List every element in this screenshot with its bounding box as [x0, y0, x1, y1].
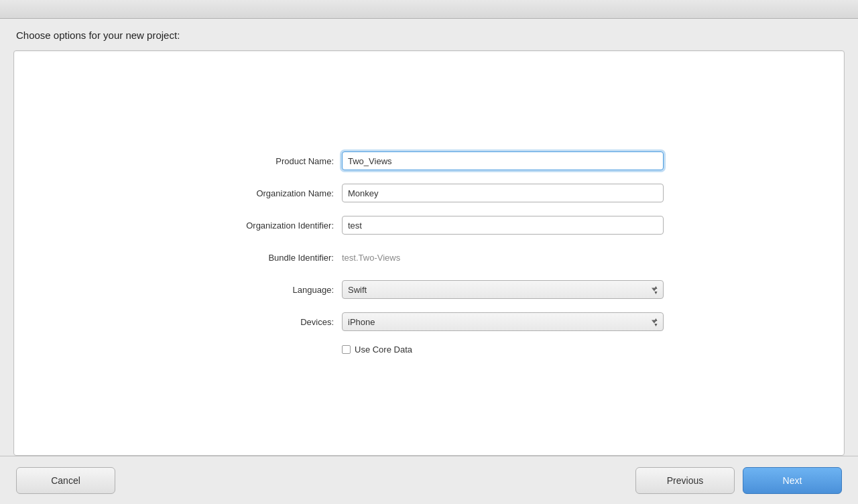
language-control: Swift Objective-C	[342, 280, 664, 299]
page-title: Choose options for your new project:	[13, 29, 845, 41]
org-id-input[interactable]	[342, 216, 664, 235]
language-row: Language: Swift Objective-C	[194, 280, 664, 299]
window-content: Choose options for your new project: Pro…	[0, 19, 858, 456]
language-select-wrapper: Swift Objective-C	[342, 280, 664, 299]
org-name-label: Organization Name:	[194, 188, 342, 198]
language-select[interactable]: Swift Objective-C	[342, 280, 664, 299]
org-name-row: Organization Name:	[194, 184, 664, 202]
devices-select-wrapper: iPhone iPad Universal	[342, 312, 664, 331]
devices-row: Devices: iPhone iPad Universal	[194, 312, 664, 331]
org-name-control	[342, 184, 664, 202]
core-data-label: Use Core Data	[355, 344, 412, 355]
bottom-right-buttons: Previous Next	[635, 467, 842, 494]
core-data-row: Use Core Data	[194, 344, 664, 355]
org-id-row: Organization Identifier:	[194, 216, 664, 235]
product-name-control	[342, 151, 664, 170]
title-bar	[0, 0, 858, 19]
form-panel: Product Name: Organization Name: Organiz…	[13, 50, 845, 456]
devices-label: Devices:	[194, 317, 342, 327]
devices-control: iPhone iPad Universal	[342, 312, 664, 331]
cancel-button[interactable]: Cancel	[16, 467, 115, 494]
language-label: Language:	[194, 285, 342, 295]
org-id-control	[342, 216, 664, 235]
bundle-id-row: Bundle Identifier:	[194, 248, 664, 267]
product-name-label: Product Name:	[194, 156, 342, 166]
org-id-label: Organization Identifier:	[194, 220, 342, 231]
bundle-id-label: Bundle Identifier:	[194, 253, 342, 263]
bottom-bar: Cancel Previous Next	[0, 456, 858, 504]
devices-select[interactable]: iPhone iPad Universal	[342, 312, 664, 331]
product-name-row: Product Name:	[194, 151, 664, 170]
product-name-input[interactable]	[342, 151, 664, 170]
bundle-id-input	[342, 248, 664, 267]
previous-button[interactable]: Previous	[635, 467, 735, 494]
core-data-checkbox[interactable]	[342, 345, 351, 354]
window: Choose options for your new project: Pro…	[0, 0, 858, 504]
core-data-control: Use Core Data	[342, 344, 664, 355]
next-button[interactable]: Next	[743, 467, 842, 494]
org-name-input[interactable]	[342, 184, 664, 202]
bundle-id-control	[342, 248, 664, 267]
form-table: Product Name: Organization Name: Organiz…	[194, 151, 664, 355]
